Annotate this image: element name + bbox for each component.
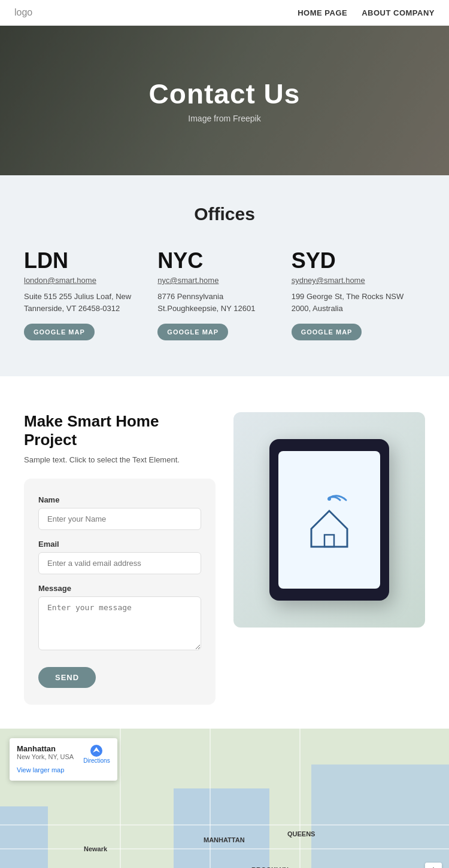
email-label: Email: [38, 540, 201, 549]
map-view-larger[interactable]: View larger map: [17, 766, 64, 773]
map-road-v1: [120, 729, 121, 868]
google-map-btn-syd[interactable]: GOOGLE MAP: [292, 324, 362, 340]
office-card-syd: SYD sydney@smart.home 199 George St, The…: [292, 248, 425, 340]
map-water-hudson: [0, 806, 48, 868]
office-email-syd[interactable]: sydney@smart.home: [292, 276, 413, 285]
hero-content: Contact Us Image from Freepik: [149, 78, 301, 123]
google-map-btn-ldn[interactable]: GOOGLE MAP: [24, 324, 95, 340]
office-address-ldn: Suite 515 255 Julius Loaf, New Tannersid…: [24, 291, 145, 314]
office-email-nyc[interactable]: nyc@smart.home: [157, 276, 279, 285]
map-section: MANHATTAN New York BROOKLYN QUEENS Newar…: [0, 729, 449, 868]
name-input[interactable]: [38, 508, 201, 530]
map-popup-title: Manhattan: [17, 744, 74, 753]
contact-image: [233, 412, 425, 628]
send-button[interactable]: SEND: [38, 667, 96, 688]
hero-title: Contact Us: [149, 78, 301, 110]
contact-section: Make Smart Home Project Sample text. Cli…: [0, 376, 449, 729]
name-group: Name: [38, 495, 201, 530]
message-label: Message: [38, 584, 201, 593]
svg-rect-1: [324, 535, 334, 547]
office-code-ldn: LDN: [24, 248, 145, 273]
map-water-east-river: [174, 788, 269, 868]
offices-title: Offices: [24, 204, 425, 224]
office-code-nyc: NYC: [157, 248, 279, 273]
contact-right: [233, 412, 425, 628]
offices-grid: LDN london@smart.home Suite 515 255 Juli…: [24, 248, 425, 340]
office-code-syd: SYD: [292, 248, 413, 273]
office-email-ldn[interactable]: london@smart.home: [24, 276, 145, 285]
hero-subtitle: Image from Freepik: [149, 114, 301, 123]
google-map-btn-nyc[interactable]: GOOGLE MAP: [157, 324, 228, 340]
map-background: MANHATTAN New York BROOKLYN QUEENS Newar…: [0, 729, 449, 868]
office-card-ldn: LDN london@smart.home Suite 515 255 Juli…: [24, 248, 157, 340]
navbar: logo HOME PAGE ABOUT COMPANY: [0, 0, 449, 26]
map-label-queens: QUEENS: [287, 830, 315, 837]
map-label-newark: Newark: [84, 845, 107, 852]
nav-about[interactable]: ABOUT COMPANY: [362, 8, 435, 17]
office-address-nyc: 8776 Pennsylvania St.Poughkeepsie, NY 12…: [157, 291, 279, 314]
map-zoom-controls: + −: [425, 863, 442, 868]
name-label: Name: [38, 495, 201, 504]
map-road-1: [0, 824, 449, 826]
map-popup: Manhattan New York, NY, USA View larger …: [10, 738, 117, 781]
map-road-v3: [299, 729, 301, 868]
hero-section: Contact Us Image from Freepik: [0, 26, 449, 175]
hero-sub-prefix: Image from: [188, 114, 233, 123]
map-road-2: [0, 848, 449, 849]
message-group: Message: [38, 584, 201, 653]
contact-description: Sample text. Click to select the Text El…: [24, 455, 216, 464]
offices-section: Offices LDN london@smart.home Suite 515 …: [0, 175, 449, 376]
email-group: Email: [38, 540, 201, 574]
zoom-in-button[interactable]: +: [425, 863, 442, 868]
email-input[interactable]: [38, 552, 201, 574]
nav-links: HOME PAGE ABOUT COMPANY: [298, 8, 435, 17]
contact-left: Make Smart Home Project Sample text. Cli…: [24, 412, 216, 705]
contact-heading: Make Smart Home Project: [24, 412, 216, 449]
map-label-manhattan: MANHATTAN: [204, 836, 245, 843]
map-road-v2: [210, 729, 211, 868]
directions-area: Directions: [83, 744, 110, 764]
logo: logo: [14, 7, 32, 18]
directions-icon: [90, 744, 103, 757]
message-input[interactable]: [38, 596, 201, 650]
office-address-syd: 199 George St, The Rocks NSW 2000, Austr…: [292, 291, 413, 314]
nav-home[interactable]: HOME PAGE: [298, 8, 347, 17]
tablet-device: [269, 439, 389, 601]
contact-form-card: Name Email Message SEND: [24, 479, 216, 705]
directions-label[interactable]: Directions: [83, 757, 110, 764]
freepik-link[interactable]: Freepik: [233, 114, 261, 123]
map-popup-subtitle: New York, NY, USA: [17, 753, 74, 760]
office-card-nyc: NYC nyc@smart.home 8776 Pennsylvania St.…: [157, 248, 291, 340]
smart-home-icon: [299, 487, 359, 553]
tablet-screen: [278, 451, 380, 589]
svg-point-0: [327, 497, 331, 501]
map-water-sound: [311, 765, 449, 868]
